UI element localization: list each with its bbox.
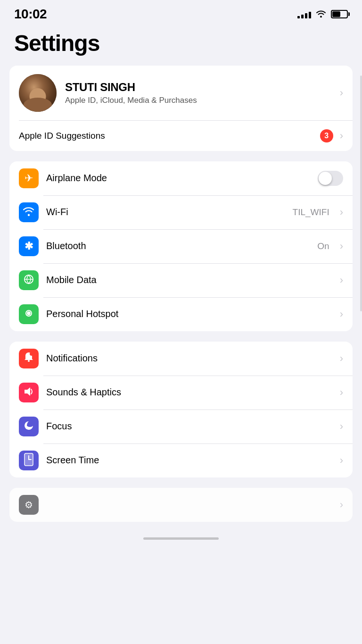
svg-point-2 bbox=[27, 311, 31, 315]
screen-time-label: Screen Time bbox=[46, 455, 332, 466]
focus-icon-wrap bbox=[19, 417, 39, 436]
wifi-icon bbox=[316, 9, 326, 20]
notifications-chevron-icon: › bbox=[340, 352, 343, 365]
notifications-label: Notifications bbox=[46, 353, 332, 364]
signal-bars-icon bbox=[297, 10, 311, 18]
personal-hotspot-chevron-icon: › bbox=[340, 308, 343, 320]
screen-time-row[interactable]: Screen Time › bbox=[9, 443, 353, 477]
airplane-mode-icon: ✈ bbox=[25, 172, 33, 184]
personal-hotspot-icon bbox=[23, 307, 35, 321]
avatar bbox=[19, 74, 57, 112]
apple-id-suggestions-label: Apple ID Suggestions bbox=[19, 131, 313, 141]
scrollbar[interactable] bbox=[360, 75, 362, 311]
personal-hotspot-label: Personal Hotspot bbox=[46, 309, 332, 319]
wifi-chevron-icon: › bbox=[340, 206, 343, 218]
mobile-data-icon-wrap bbox=[19, 270, 39, 290]
status-bar: 10:02 bbox=[0, 0, 362, 25]
partial-icon-1: ⚙ bbox=[25, 499, 33, 510]
partial-chevron-1: › bbox=[340, 499, 343, 511]
mobile-data-icon bbox=[23, 274, 34, 287]
profile-info: STUTI SINGH Apple ID, iCloud, Media & Pu… bbox=[65, 81, 331, 105]
wifi-icon-wrap bbox=[19, 202, 39, 222]
profile-chevron-icon: › bbox=[340, 87, 343, 99]
wifi-label: Wi-Fi bbox=[46, 207, 285, 217]
personal-hotspot-icon-wrap bbox=[19, 304, 39, 324]
apple-id-row[interactable]: Apple ID Suggestions 3 › bbox=[9, 121, 353, 151]
mobile-data-chevron-icon: › bbox=[340, 274, 343, 286]
wifi-settings-icon bbox=[23, 207, 35, 218]
sounds-haptics-icon bbox=[23, 386, 35, 399]
page-title: Settings bbox=[14, 30, 348, 56]
apple-id-chevron-icon: › bbox=[340, 130, 343, 142]
sounds-haptics-icon-wrap bbox=[19, 383, 39, 402]
status-icons bbox=[297, 9, 348, 20]
partial-bottom-section: ⚙ › bbox=[9, 488, 353, 522]
bluetooth-value: On bbox=[317, 241, 329, 251]
airplane-mode-label: Airplane Mode bbox=[46, 173, 310, 184]
mobile-data-label: Mobile Data bbox=[46, 275, 332, 285]
mobile-data-row[interactable]: Mobile Data › bbox=[9, 263, 353, 297]
notifications-icon-wrap bbox=[19, 349, 39, 368]
svg-marker-5 bbox=[25, 387, 30, 396]
focus-label: Focus bbox=[46, 421, 332, 432]
wifi-value: TIL_WIFI bbox=[293, 207, 329, 217]
status-time: 10:02 bbox=[14, 7, 47, 22]
profile-subtitle: Apple ID, iCloud, Media & Purchases bbox=[65, 96, 331, 105]
svg-point-4 bbox=[30, 352, 33, 356]
bluetooth-row[interactable]: ✱ Bluetooth On › bbox=[9, 229, 353, 263]
notifications-row[interactable]: Notifications › bbox=[9, 342, 353, 376]
screen-time-icon bbox=[23, 453, 34, 468]
svg-rect-3 bbox=[28, 360, 30, 362]
profile-name: STUTI SINGH bbox=[65, 81, 331, 94]
focus-chevron-icon: › bbox=[340, 420, 343, 433]
profile-row[interactable]: STUTI SINGH Apple ID, iCloud, Media & Pu… bbox=[9, 66, 353, 120]
home-indicator bbox=[143, 537, 219, 540]
profile-section: STUTI SINGH Apple ID, iCloud, Media & Pu… bbox=[9, 66, 353, 151]
sounds-haptics-label: Sounds & Haptics bbox=[46, 387, 332, 398]
bluetooth-label: Bluetooth bbox=[46, 241, 310, 251]
page-title-section: Settings bbox=[0, 25, 362, 66]
partial-row-1[interactable]: ⚙ › bbox=[9, 488, 353, 522]
system-section: Notifications › Sounds & Haptics › Focus… bbox=[9, 342, 353, 477]
airplane-mode-icon-wrap: ✈ bbox=[19, 168, 39, 188]
bluetooth-icon: ✱ bbox=[25, 240, 33, 252]
bluetooth-chevron-icon: › bbox=[340, 240, 343, 252]
apple-id-badge: 3 bbox=[320, 129, 333, 142]
wifi-row[interactable]: Wi-Fi TIL_WIFI › bbox=[9, 195, 353, 229]
notifications-icon bbox=[23, 351, 34, 366]
sounds-haptics-row[interactable]: Sounds & Haptics › bbox=[9, 376, 353, 410]
sounds-haptics-chevron-icon: › bbox=[340, 386, 343, 399]
screen-time-chevron-icon: › bbox=[340, 454, 343, 467]
focus-row[interactable]: Focus › bbox=[9, 410, 353, 443]
personal-hotspot-row[interactable]: Personal Hotspot › bbox=[9, 297, 353, 331]
focus-icon bbox=[23, 420, 34, 433]
connectivity-section: ✈ Airplane Mode Wi-Fi TIL_WIFI › ✱ Bluet… bbox=[9, 161, 353, 331]
airplane-mode-row[interactable]: ✈ Airplane Mode bbox=[9, 161, 353, 195]
partial-icon-wrap-1: ⚙ bbox=[19, 495, 39, 515]
screen-time-icon-wrap bbox=[19, 451, 39, 470]
battery-icon bbox=[331, 10, 348, 18]
airplane-mode-toggle[interactable] bbox=[318, 171, 343, 186]
bluetooth-icon-wrap: ✱ bbox=[19, 236, 39, 256]
